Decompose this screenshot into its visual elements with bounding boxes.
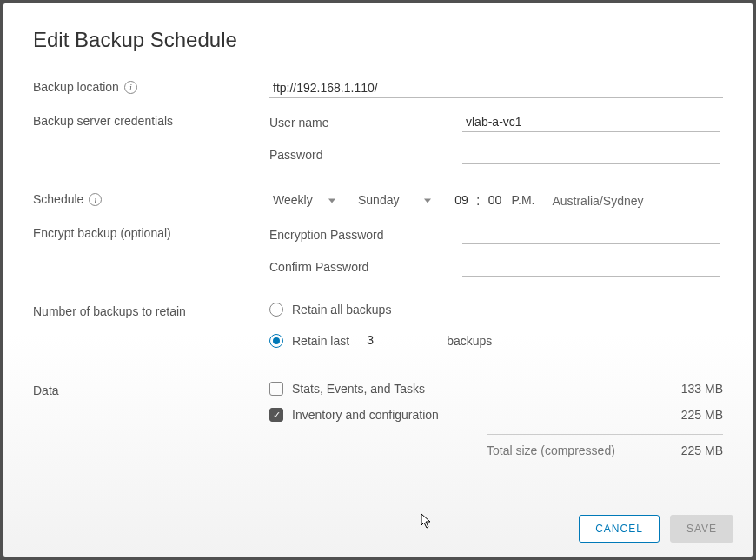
retain-all-radio[interactable] <box>269 303 283 317</box>
time-group: : P.M. <box>450 190 536 210</box>
row-credentials: Backup server credentials User name Pass… <box>33 112 723 177</box>
backup-location-input[interactable] <box>269 78 723 98</box>
label-backup-location: Backup location i <box>33 78 269 94</box>
stats-checkbox[interactable] <box>269 382 283 396</box>
label-password: Password <box>269 148 462 162</box>
retain-last-radio[interactable] <box>269 334 283 348</box>
frequency-select[interactable]: Weekly <box>269 190 339 210</box>
day-select[interactable]: Sunday <box>355 190 434 210</box>
row-encrypt: Encrypt backup (optional) Encryption Pas… <box>33 224 723 289</box>
label-enc-confirm: Confirm Password <box>269 260 462 274</box>
label-enc-password: Encryption Password <box>269 228 462 242</box>
hour-input[interactable] <box>450 190 473 210</box>
inventory-checkbox[interactable] <box>269 408 283 422</box>
modal-footer: CANCEL SAVE <box>3 504 753 557</box>
encryption-password-input[interactable] <box>462 224 720 244</box>
ampm-toggle[interactable]: P.M. <box>509 190 536 210</box>
username-input[interactable] <box>462 112 720 132</box>
label-data: Data <box>33 382 269 397</box>
retain-count-input[interactable] <box>363 330 433 350</box>
cancel-button[interactable]: CANCEL <box>579 515 660 543</box>
info-icon[interactable]: i <box>89 193 102 206</box>
backups-suffix: backups <box>447 334 492 348</box>
label-retain: Number of backups to retain <box>33 303 269 318</box>
row-backup-location: Backup location i <box>33 78 723 98</box>
time-colon: : <box>476 193 480 209</box>
retain-all-label: Retain all backups <box>292 303 391 317</box>
label-schedule: Schedule i <box>33 190 269 206</box>
save-button[interactable]: SAVE <box>670 515 733 543</box>
modal-title: Edit Backup Schedule <box>33 28 723 52</box>
retain-last-label: Retain last <box>292 334 349 348</box>
password-input[interactable] <box>462 144 720 164</box>
minute-input[interactable] <box>483 190 506 210</box>
total-row: Total size (compressed) 225 MB <box>487 434 723 457</box>
row-data: Data Stats, Events, and Tasks 133 MB Inv… <box>33 382 723 457</box>
label-username: User name <box>269 116 462 130</box>
modal-content: Edit Backup Schedule Backup location i B… <box>3 3 753 504</box>
total-size: 225 MB <box>645 443 723 457</box>
label-credentials: Backup server credentials <box>33 112 269 128</box>
label-encrypt: Encrypt backup (optional) <box>33 224 269 240</box>
row-retain: Number of backups to retain Retain all b… <box>33 303 723 364</box>
data-item-stats: Stats, Events, and Tasks 133 MB <box>269 382 723 396</box>
confirm-password-input[interactable] <box>462 257 720 277</box>
edit-backup-schedule-modal: Edit Backup Schedule Backup location i B… <box>3 3 753 557</box>
info-icon[interactable]: i <box>124 81 137 94</box>
total-label: Total size (compressed) <box>487 443 615 457</box>
data-item-inventory: Inventory and configuration 225 MB <box>269 408 723 422</box>
timezone-label: Australia/Sydney <box>552 194 643 208</box>
row-schedule: Schedule i Weekly Sunday <box>33 190 723 210</box>
